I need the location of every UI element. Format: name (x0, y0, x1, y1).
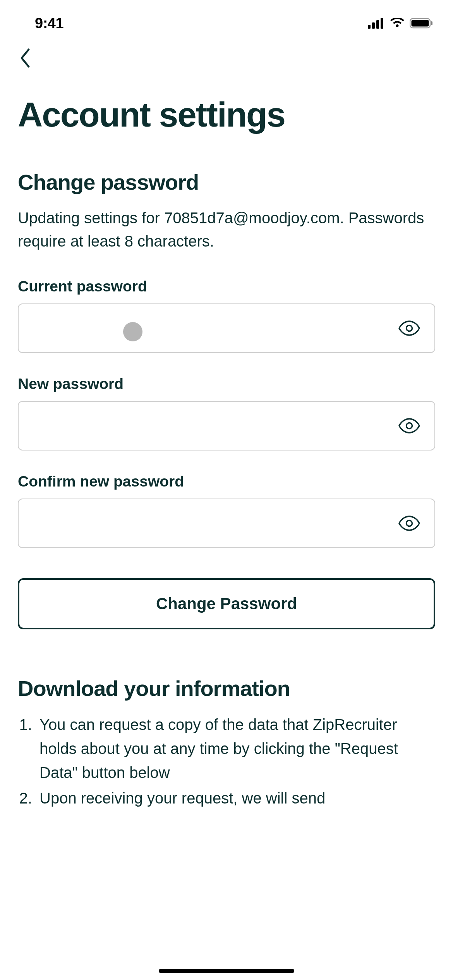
svg-rect-3 (381, 18, 383, 29)
download-info-list: You can request a copy of the data that … (18, 713, 435, 810)
svg-rect-1 (372, 22, 375, 29)
current-password-input[interactable] (18, 303, 435, 353)
wifi-icon (390, 18, 405, 29)
toggle-confirm-password-visibility[interactable] (398, 512, 420, 535)
svg-rect-2 (376, 20, 379, 29)
nav-bar (0, 39, 453, 77)
status-bar: 9:41 (0, 0, 453, 39)
svg-rect-5 (412, 20, 429, 27)
list-item: You can request a copy of the data that … (36, 713, 435, 785)
new-password-input[interactable] (18, 401, 435, 451)
page-title: Account settings (18, 97, 435, 133)
svg-point-8 (407, 423, 412, 429)
svg-point-7 (407, 326, 412, 331)
eye-icon (398, 516, 420, 531)
confirm-password-field-wrap (18, 499, 435, 548)
back-button[interactable] (19, 46, 43, 70)
download-info-heading: Download your information (18, 676, 435, 701)
svg-rect-0 (368, 25, 371, 29)
main-content: Account settings Change password Updatin… (0, 77, 453, 810)
home-indicator (159, 969, 294, 973)
current-password-label: Current password (18, 278, 435, 295)
chevron-left-icon (19, 48, 31, 68)
svg-point-9 (407, 521, 412, 526)
svg-rect-6 (431, 21, 432, 25)
toggle-current-password-visibility[interactable] (398, 317, 420, 339)
new-password-label: New password (18, 375, 435, 392)
confirm-password-label: Confirm new password (18, 473, 435, 490)
status-icons (368, 18, 434, 29)
eye-icon (398, 418, 420, 433)
toggle-new-password-visibility[interactable] (398, 415, 420, 437)
current-password-field-wrap (18, 303, 435, 353)
new-password-field-wrap (18, 401, 435, 451)
eye-icon (398, 320, 420, 336)
list-item: Upon receiving your request, we will sen… (36, 786, 435, 810)
status-time: 9:41 (35, 15, 63, 32)
confirm-password-input[interactable] (18, 499, 435, 548)
change-password-description: Updating settings for 70851d7a@moodjoy.c… (18, 206, 435, 253)
change-password-button[interactable]: Change Password (18, 578, 435, 629)
change-password-heading: Change password (18, 170, 435, 195)
battery-icon (410, 18, 434, 29)
cellular-signal-icon (368, 18, 385, 29)
